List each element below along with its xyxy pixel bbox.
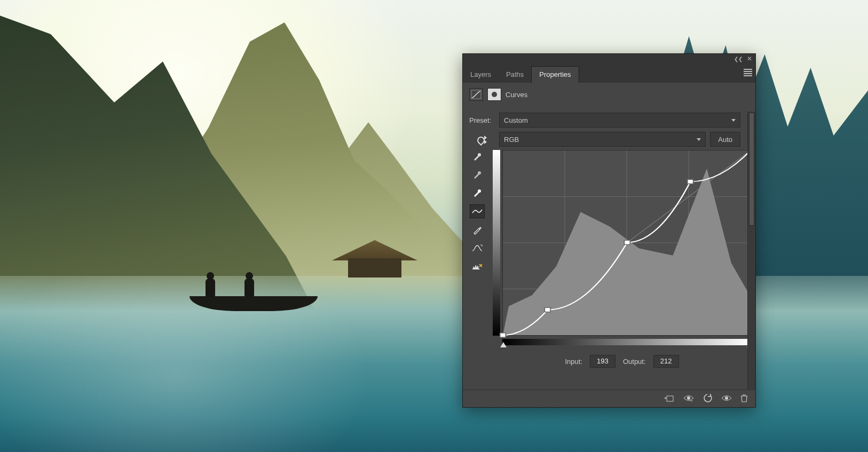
curve-point-1[interactable] bbox=[545, 307, 550, 312]
panel-tabs: Layers Paths Properties bbox=[463, 64, 755, 83]
svg-point-3 bbox=[478, 189, 481, 193]
channel-value: RGB bbox=[504, 136, 519, 144]
preset-value: Custom bbox=[504, 116, 528, 124]
eyedropper-black-icon[interactable] bbox=[470, 150, 484, 163]
chevron-down-icon bbox=[697, 138, 701, 141]
clip-to-layer-icon[interactable] bbox=[664, 394, 674, 404]
layer-mask-icon[interactable] bbox=[487, 88, 501, 101]
close-icon[interactable]: ✕ bbox=[747, 55, 752, 62]
panel-titlebar: ❮❮ ✕ bbox=[463, 54, 755, 64]
chevron-down-icon bbox=[731, 119, 736, 122]
svg-point-13 bbox=[725, 397, 728, 400]
adjustment-title: Curves bbox=[506, 91, 527, 99]
svg-point-2 bbox=[478, 171, 481, 175]
adjustment-header: Curves bbox=[463, 83, 755, 106]
curve-plot[interactable] bbox=[502, 150, 751, 336]
person-1 bbox=[206, 279, 215, 297]
preset-label: Preset: bbox=[469, 116, 495, 124]
input-output-readout: Input: 193 Output: 212 bbox=[493, 355, 751, 368]
scrollbar-thumb[interactable] bbox=[749, 113, 754, 226]
tab-layers[interactable]: Layers bbox=[463, 67, 499, 83]
svg-point-12 bbox=[687, 397, 690, 400]
tab-properties[interactable]: Properties bbox=[531, 66, 579, 83]
eyedropper-white-icon[interactable] bbox=[470, 186, 484, 199]
input-field[interactable]: 193 bbox=[590, 355, 616, 368]
output-label: Output: bbox=[623, 358, 646, 366]
svg-point-1 bbox=[478, 153, 481, 156]
targeted-adjustment-icon[interactable] bbox=[477, 136, 487, 143]
properties-panel: ❮❮ ✕ Layers Paths Properties Curves Pres… bbox=[462, 53, 756, 408]
output-gradient bbox=[493, 150, 500, 336]
reset-icon[interactable] bbox=[703, 394, 713, 404]
edit-points-icon[interactable] bbox=[470, 204, 485, 218]
panel-menu-icon[interactable] bbox=[744, 68, 752, 75]
curves-adjustment-icon bbox=[469, 88, 483, 101]
collapse-icon[interactable]: ❮❮ bbox=[734, 56, 743, 62]
preset-select[interactable]: Custom bbox=[499, 113, 740, 128]
visibility-icon[interactable] bbox=[721, 394, 732, 403]
curves-tool-column bbox=[469, 150, 485, 273]
panel-footer bbox=[463, 390, 755, 407]
person-2 bbox=[244, 279, 254, 297]
view-previous-icon[interactable] bbox=[683, 394, 695, 403]
delete-icon[interactable] bbox=[740, 394, 748, 404]
clip-histogram-icon[interactable] bbox=[470, 260, 484, 273]
curves-graph[interactable] bbox=[493, 150, 751, 347]
auto-button[interactable]: Auto bbox=[710, 132, 740, 147]
input-gradient bbox=[502, 339, 751, 345]
panel-scrollbar[interactable] bbox=[747, 112, 755, 389]
input-label: Input: bbox=[565, 358, 582, 366]
hut bbox=[337, 240, 412, 280]
tab-paths[interactable]: Paths bbox=[499, 67, 531, 83]
pencil-icon[interactable] bbox=[470, 224, 484, 236]
curve-point-3[interactable] bbox=[688, 179, 693, 184]
channel-select[interactable]: RGB bbox=[499, 132, 706, 147]
black-point-slider[interactable] bbox=[500, 342, 507, 347]
curve-point-0[interactable] bbox=[500, 333, 506, 337]
curve-point-2[interactable] bbox=[624, 240, 630, 244]
smooth-curve-icon[interactable] bbox=[470, 242, 484, 255]
svg-rect-11 bbox=[667, 396, 673, 401]
output-field[interactable]: 212 bbox=[653, 355, 679, 368]
eyedropper-gray-icon[interactable] bbox=[470, 168, 484, 181]
